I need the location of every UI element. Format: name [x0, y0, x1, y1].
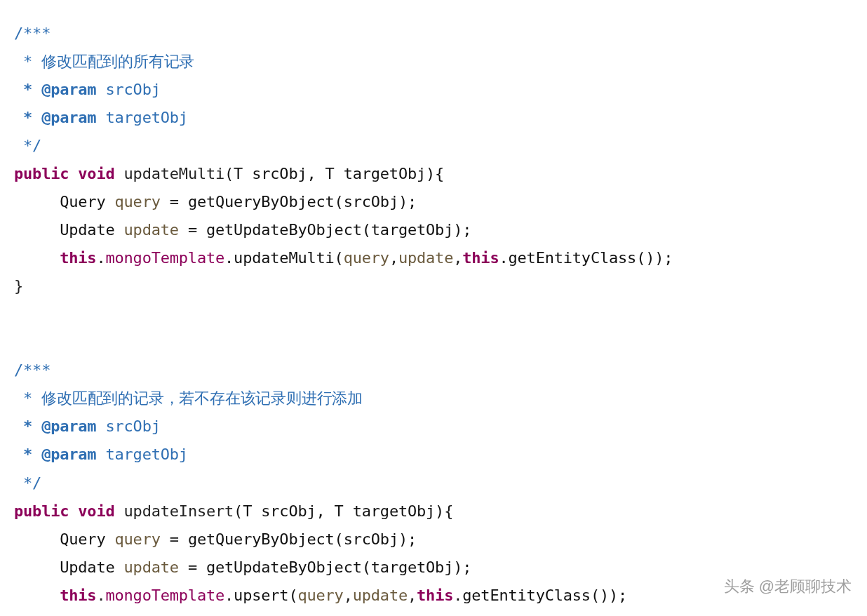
javadoc-param-tag: * @param — [14, 417, 96, 435]
comma: , — [344, 587, 353, 604]
keyword-public: public — [14, 165, 69, 182]
javadoc-param-name: srcObj — [96, 417, 160, 435]
expr-tail: .getEntityClass()); — [499, 249, 673, 267]
keyword-this: this — [462, 249, 499, 267]
method-name: updateMulti — [115, 165, 225, 182]
arg: query — [344, 249, 389, 267]
javadoc-open: /*** — [14, 361, 51, 379]
javadoc-close: */ — [14, 474, 41, 492]
keyword-this: this — [60, 249, 96, 267]
javadoc-param-tag: * @param — [14, 81, 96, 98]
var-update: update — [115, 558, 179, 576]
dot: . — [224, 249, 234, 267]
var-query: query — [105, 193, 160, 210]
comma: , — [453, 249, 462, 267]
dot: . — [96, 249, 105, 267]
arg: update — [398, 249, 453, 267]
javadoc-param-name: srcObj — [96, 81, 160, 98]
javadoc-param-name: targetObj — [96, 446, 187, 463]
dot: . — [224, 587, 234, 604]
field-mongotemplate: mongoTemplate — [105, 249, 224, 267]
keyword-public: public — [14, 502, 69, 520]
method-params: (T srcObj, T targetObj){ — [234, 502, 453, 520]
keyword-void: void — [78, 165, 114, 182]
expr: = getQueryByObject(srcObj); — [161, 530, 417, 548]
expr-tail: .getEntityClass()); — [453, 587, 627, 604]
arg: query — [297, 587, 343, 604]
brace-close: } — [14, 277, 23, 295]
field-mongotemplate: mongoTemplate — [105, 587, 224, 604]
expr: = getQueryByObject(srcObj); — [161, 193, 417, 210]
javadoc-open: /*** — [14, 25, 51, 42]
method-name: updateInsert — [115, 502, 234, 520]
keyword-this: this — [417, 587, 453, 604]
var-update: update — [115, 221, 179, 239]
javadoc-param-tag: * @param — [14, 109, 96, 126]
type-update: Update — [60, 558, 114, 576]
method-params: (T srcObj, T targetObj){ — [224, 165, 444, 182]
comma: , — [408, 587, 417, 604]
expr: = getUpdateByObject(targetObj); — [179, 558, 471, 576]
call: upsert( — [234, 587, 297, 604]
expr: = getUpdateByObject(targetObj); — [179, 221, 471, 239]
type-query: Query — [60, 530, 105, 548]
keyword-void: void — [78, 502, 114, 520]
arg: update — [353, 587, 408, 604]
type-query: Query — [60, 193, 105, 210]
var-query: query — [105, 530, 160, 548]
javadoc-desc: * 修改匹配到的记录，若不存在该记录则进行添加 — [14, 389, 363, 407]
dot: . — [96, 587, 105, 604]
javadoc-param-name: targetObj — [96, 109, 187, 126]
call: updateMulti( — [234, 249, 344, 267]
javadoc-desc: * 修改匹配到的所有记录 — [14, 53, 194, 70]
javadoc-close: */ — [14, 137, 41, 154]
code-block: /*** * 修改匹配到的所有记录 * @param srcObj * @par… — [14, 20, 853, 616]
javadoc-param-tag: * @param — [14, 446, 96, 463]
type-update: Update — [60, 221, 114, 239]
keyword-this: this — [60, 587, 96, 604]
comma: , — [389, 249, 398, 267]
